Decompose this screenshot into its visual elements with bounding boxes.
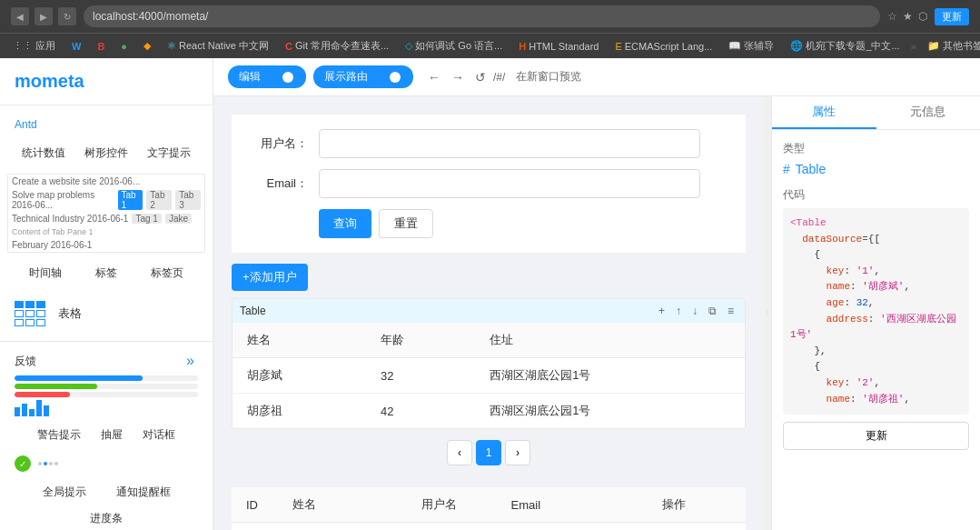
bar-chart: [15, 400, 198, 418]
outer-row1-actions: 编辑 删除: [648, 523, 746, 531]
form-buttons: 查询 重置: [319, 209, 731, 238]
bookmarks-bar: ⋮⋮ 应用 W B ● ◆ ⚛ React Native 中文网 C Git 常…: [0, 33, 980, 58]
property-type: # Table: [783, 162, 969, 176]
current-page-button[interactable]: 1: [476, 440, 501, 465]
inner-header-row: 姓名 年龄 住址: [233, 323, 745, 358]
sidebar-item-tabpage[interactable]: 标签页: [145, 262, 189, 285]
reset-button[interactable]: 重置: [379, 209, 433, 238]
panel-resize-handle[interactable]: ⋮: [764, 96, 771, 530]
ecma-icon: E: [615, 41, 621, 52]
menu-icon[interactable]: ≡: [724, 303, 737, 319]
bookmark-jiwan[interactable]: 🌐 机宛下载专题_中文...: [785, 37, 905, 55]
table-header-bar: Table + ↑ ↓ ⧉ ≡: [233, 299, 745, 323]
outer-data-table: ID 姓名 用户名 Email 操作 1 Leanne Graham: [232, 487, 746, 530]
nav-refresh-button[interactable]: ↺: [471, 68, 490, 86]
move-down-icon[interactable]: ↓: [688, 303, 701, 319]
sidebar-item-global-tip[interactable]: 全局提示: [37, 481, 92, 504]
app-container: mometa Antd 统计数值 树形控件 文字提示 Create a webs…: [0, 58, 980, 530]
b-icon: B: [97, 41, 104, 52]
sidebar-item-tag[interactable]: 标签: [90, 262, 123, 285]
bookmark-html[interactable]: H HTML Standard: [513, 39, 604, 54]
row1-name: 胡彦斌: [233, 358, 366, 394]
bookmark-b[interactable]: B: [92, 39, 110, 54]
outer-row1-id: 1: [232, 523, 278, 531]
git-icon: C: [285, 41, 292, 52]
query-button[interactable]: 查询: [319, 209, 371, 238]
edit-toggle-switch[interactable]: [266, 70, 295, 85]
url-bar[interactable]: localhost:4000/mometa/: [84, 5, 880, 27]
row2-age: 42: [366, 394, 475, 429]
add-user-button[interactable]: +添加用户: [232, 264, 308, 291]
more-bookmarks: »: [911, 41, 916, 52]
global-sub-items: 全局提示 通知提醒框 进度条: [15, 475, 198, 530]
refresh-button[interactable]: ↻: [58, 7, 76, 25]
toolbar: 编辑 展示路由 ← → ↺ /#/ 在新窗口预览: [213, 58, 980, 96]
edit-mode-button[interactable]: 编辑: [228, 65, 306, 88]
col-address: 住址: [475, 323, 745, 358]
feedback-label: 反馈: [15, 350, 36, 373]
sidebar-item-statistics[interactable]: 统计数值: [16, 142, 71, 165]
zhang-icon: 📖: [728, 40, 741, 52]
outer-row1-name: Leanne Graham: [278, 523, 407, 531]
progress-bar2: [15, 384, 198, 389]
bookmark-w[interactable]: W: [66, 39, 86, 54]
sidebar-item-alert[interactable]: 警告提示: [32, 424, 86, 446]
username-input[interactable]: [319, 129, 700, 158]
outer-col-name: 姓名: [278, 487, 407, 523]
bookmark-zhang[interactable]: 📖 张辅导: [723, 37, 779, 55]
nav-buttons: ← → ↺ /#/: [424, 68, 505, 86]
bookmark-c1[interactable]: ●: [115, 39, 133, 54]
bookmark-c2[interactable]: ◆: [138, 38, 156, 54]
outer-table-body: 1 Leanne Graham Bret Sincere@april.biz 编…: [232, 523, 746, 531]
right-panel-body: 类型 # Table 代码 <Table dataSource={[ { key…: [772, 130, 980, 530]
update-button[interactable]: 更新: [783, 422, 969, 450]
update-chrome-button[interactable]: 更新: [935, 8, 969, 25]
global-row: ✓: [15, 452, 198, 475]
inner-table-component: Table + ↑ ↓ ⧉ ≡ 姓名 年龄: [232, 298, 746, 429]
bookmark-ecma[interactable]: E ECMAScript Lang...: [609, 39, 718, 54]
outer-table-header: ID 姓名 用户名 Email 操作: [232, 487, 746, 523]
folder-icon: 📁: [927, 40, 940, 52]
email-input[interactable]: [319, 169, 700, 198]
sidebar-expand-button[interactable]: »: [183, 349, 198, 373]
preview-mode-button[interactable]: 展示路由: [313, 65, 413, 88]
bookmark-icon: ☆: [887, 10, 897, 23]
sidebar-item-progress[interactable]: 进度条: [84, 507, 128, 530]
sidebar: mometa Antd 统计数值 树形控件 文字提示 Create a webs…: [0, 58, 213, 530]
outer-row1-username: Bret: [407, 523, 497, 531]
copy-icon[interactable]: ⧉: [705, 303, 720, 319]
bookmark-go[interactable]: ◇ 如何调试 Go 语言...: [400, 37, 508, 55]
bookmark-react-native[interactable]: ⚛ React Native 中文网: [162, 37, 274, 55]
next-page-button[interactable]: ›: [505, 440, 530, 465]
preview-link[interactable]: 在新窗口预览: [516, 69, 581, 85]
row2-name: 胡彦祖: [233, 394, 366, 429]
table-row: 胡彦斌 32 西湖区湖底公园1号: [233, 358, 745, 394]
tab-properties[interactable]: 属性: [772, 96, 876, 129]
sidebar-item-notification[interactable]: 通知提醒框: [111, 481, 176, 504]
back-button[interactable]: ◀: [11, 7, 29, 25]
browser-bar: ◀ ▶ ↻ localhost:4000/mometa/ ☆ ★ ⬡ 更新: [0, 0, 980, 33]
preview-toggle-switch[interactable]: [373, 70, 402, 85]
move-up-icon[interactable]: ↑: [672, 303, 685, 319]
nav-back-button[interactable]: ←: [424, 68, 444, 86]
sidebar-group-antd[interactable]: Antd: [0, 113, 213, 136]
sidebar-item-table[interactable]: 表格: [53, 302, 87, 325]
url-display: /#/: [493, 71, 505, 84]
browser-controls: ◀ ▶ ↻: [11, 7, 76, 25]
add-column-icon[interactable]: +: [655, 303, 668, 319]
tab-meta[interactable]: 元信息: [876, 96, 981, 129]
nav-forward-button[interactable]: →: [448, 68, 468, 86]
bookmark-apps[interactable]: ⋮⋮ 应用: [7, 37, 61, 55]
sidebar-item-tree[interactable]: 树形控件: [79, 142, 134, 165]
bookmark-other[interactable]: 📁 其他书签: [922, 37, 980, 55]
sidebar-item-timeline[interactable]: 时间轴: [24, 262, 67, 285]
bookmark-git[interactable]: C Git 常用命令查速表...: [280, 37, 394, 55]
row2-address: 西湖区湖底公园1号: [475, 394, 745, 429]
sidebar-item-tooltip[interactable]: 文字提示: [142, 142, 196, 165]
sidebar-item-dialog[interactable]: 对话框: [137, 424, 181, 446]
go-icon: ◇: [405, 40, 412, 52]
progress-bar3: [15, 392, 198, 397]
prev-page-button[interactable]: ‹: [447, 440, 472, 465]
sidebar-item-drawer[interactable]: 抽屉: [95, 424, 128, 446]
forward-button[interactable]: ▶: [35, 7, 53, 25]
